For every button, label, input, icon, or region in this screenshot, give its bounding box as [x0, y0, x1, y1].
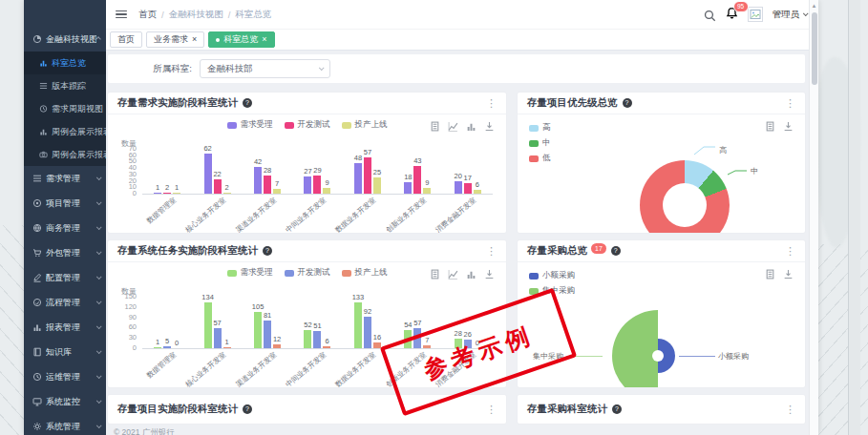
card-header: 存量系统任务实施阶段科室统计 ? ⋮ [108, 240, 506, 262]
legend-item[interactable]: 小额采购 [529, 270, 575, 281]
bar [223, 347, 231, 349]
search-icon[interactable] [704, 9, 716, 21]
chevron-down-icon [96, 249, 102, 255]
bar [163, 193, 171, 195]
card-title: 存量项目实施阶段科室统计 [117, 403, 238, 416]
legend-item[interactable]: 低 [529, 153, 551, 164]
close-icon[interactable]: × [192, 35, 197, 44]
help-icon[interactable]: ? [243, 404, 252, 414]
table-icon[interactable] [430, 121, 440, 132]
more-icon[interactable]: ⋮ [785, 97, 795, 110]
more-icon[interactable]: ⋮ [486, 97, 497, 110]
bar-group: 18439创新业务开发室 [404, 150, 432, 194]
scroll-up-arrow[interactable]: ▲ [810, 0, 818, 11]
sidebar-item-label: 外包管理 [46, 247, 96, 259]
download-icon[interactable] [484, 269, 495, 280]
legend-item[interactable]: 投产上线 [342, 119, 388, 131]
sidebar-subitem-label: 需求周期视图 [52, 103, 103, 115]
bar-value: 17 [464, 174, 472, 182]
tab-0[interactable]: 首页 [110, 31, 142, 48]
more-icon[interactable]: ⋮ [785, 404, 795, 416]
line-chart-icon[interactable] [448, 269, 458, 280]
caret-down-icon [803, 10, 809, 16]
sidebar-subitem-1[interactable]: 版本跟踪 [24, 74, 106, 97]
sidebar-item-3[interactable]: 商务管理 [24, 216, 106, 240]
legend-item[interactable]: 需求受理 [227, 267, 273, 279]
download-icon[interactable] [783, 269, 794, 280]
legend-item[interactable]: 开发测试 [285, 267, 330, 279]
vertical-scrollbar[interactable]: ▲ [809, 0, 818, 435]
help-icon[interactable]: ? [263, 246, 272, 256]
sidebar-subitem-2[interactable]: 需求周期视图 [24, 97, 106, 120]
bar-group: 485725数据业务开发室 [353, 150, 381, 194]
sidebar-subitem-3[interactable]: 周例会展示报表-项目 [24, 120, 106, 143]
sidebar-item-11[interactable]: 系统管理 [24, 414, 106, 435]
sidebar-item-2[interactable]: 项目管理 [24, 191, 106, 216]
department-select[interactable]: 金融科技部 [200, 59, 330, 78]
help-icon[interactable]: ? [612, 404, 622, 414]
download-icon[interactable] [783, 121, 794, 132]
legend-item[interactable]: 高 [529, 122, 551, 134]
bar-chart-icon[interactable] [466, 121, 476, 132]
sidebar-item-1[interactable]: 需求管理 [24, 166, 106, 191]
bar-group: 150数据管理室 [154, 298, 181, 348]
flow-icon [32, 298, 42, 307]
card-title: 存量项目优先级总览 [527, 96, 618, 110]
scrollbar-thumb[interactable] [812, 12, 817, 85]
bar-value: 92 [364, 307, 371, 316]
bar-value: 5 [165, 337, 169, 345]
legend-item[interactable]: 中 [529, 137, 551, 149]
sidebar-item-9[interactable]: 运维管理 [24, 364, 106, 389]
hamburger-icon[interactable] [116, 10, 127, 19]
sidebar-subitem-0[interactable]: 科室总览 [24, 52, 106, 74]
download-icon[interactable] [484, 121, 495, 132]
help-icon[interactable]: ? [623, 98, 632, 108]
bar-value: 18 [404, 173, 412, 181]
more-icon[interactable]: ⋮ [486, 245, 497, 258]
table-icon[interactable] [765, 269, 775, 280]
breadcrumb-home[interactable]: 首页 [138, 9, 157, 21]
sidebar-item-10[interactable]: 系统监控 [24, 389, 106, 414]
bar-plot: 121数据管理室62222核心业务开发室42287渠道业务开发室27299中间业… [142, 150, 493, 195]
bar [214, 328, 222, 348]
category-label: 渠道业务开发室 [234, 196, 279, 233]
breadcrumb-view[interactable]: 金融科技视图 [169, 9, 223, 21]
list-icon [39, 82, 48, 91]
sidebar-item-label: 金融科技视图 [46, 33, 96, 46]
help-icon[interactable]: ? [611, 246, 621, 256]
bar-value: 9 [325, 178, 328, 187]
user-menu[interactable]: 管理员 [773, 9, 808, 21]
camera-icon [39, 151, 48, 159]
sidebar-item-4[interactable]: 外包管理 [24, 240, 106, 265]
more-icon[interactable]: ⋮ [486, 404, 497, 416]
sidebar-item-8[interactable]: 知识库 [24, 340, 106, 364]
bar [404, 182, 412, 194]
top-navbar: 首页 / 金融科技视图 / 科室总览 95 [106, 0, 818, 29]
card-project-priority: 存量项目优先级总览 ? ⋮ 高中低 [518, 93, 805, 233]
avatar[interactable] [748, 7, 763, 22]
tab-1[interactable]: 业务需求× [146, 31, 204, 48]
help-icon[interactable]: ? [243, 98, 252, 108]
legend-item[interactable]: 投产上线 [342, 267, 388, 279]
line-chart-icon[interactable] [448, 121, 458, 132]
close-icon[interactable]: × [262, 35, 266, 44]
sidebar-item-0[interactable]: 金融科技视图 [24, 27, 106, 52]
sidebar-item-6[interactable]: 流程管理 [24, 290, 106, 315]
bar [154, 347, 161, 349]
bell-icon[interactable]: 95 [726, 6, 738, 23]
table-icon[interactable] [765, 121, 775, 132]
background-strip [849, 0, 860, 435]
bar [464, 183, 472, 194]
card-title: 存量需求实施阶段科室统计 [117, 96, 238, 110]
more-icon[interactable]: ⋮ [785, 245, 795, 258]
category-label: 中间业务开发室 [284, 350, 328, 387]
legend-item[interactable]: 开发测试 [285, 119, 330, 131]
table-icon[interactable] [430, 269, 440, 280]
chevron-down-icon [96, 175, 102, 180]
sidebar-item-5[interactable]: 配置管理 [24, 265, 106, 290]
sidebar-subitem-4[interactable]: 周例会展示报表-采购 [24, 143, 106, 166]
legend-item[interactable]: 需求受理 [227, 119, 273, 131]
sidebar-item-7[interactable]: 报表管理 [24, 315, 106, 340]
tab-2[interactable]: 科室总览× [208, 31, 274, 48]
bar-chart-icon[interactable] [466, 269, 476, 280]
